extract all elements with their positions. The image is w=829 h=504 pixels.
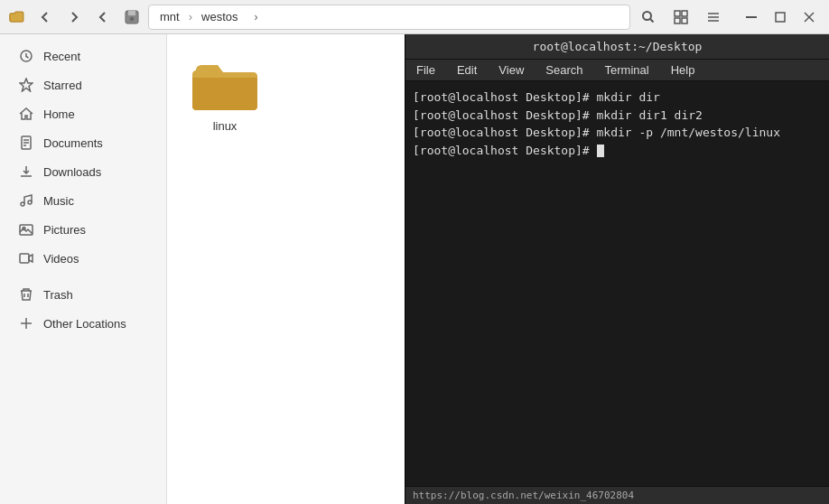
svg-rect-6 xyxy=(675,18,680,23)
sidebar-label-videos: Videos xyxy=(43,252,79,266)
terminal-menu-view[interactable]: View xyxy=(488,60,535,80)
close-button[interactable] xyxy=(796,5,822,30)
sidebar-label-pictures: Pictures xyxy=(43,223,86,237)
disk-icon xyxy=(119,5,144,30)
sidebar-label-downloads: Downloads xyxy=(43,165,101,179)
sidebar-item-recent[interactable]: Recent xyxy=(4,42,163,70)
sidebar-item-documents[interactable]: Documents xyxy=(4,129,163,156)
recent-icon xyxy=(18,48,34,64)
terminal-line-1: [root@localhost Desktop]# mkdir dir xyxy=(413,89,822,107)
sidebar-item-trash[interactable]: Trash xyxy=(4,281,163,308)
svg-rect-7 xyxy=(682,18,687,23)
star-icon xyxy=(18,77,34,93)
svg-point-2 xyxy=(130,16,135,21)
window-controls xyxy=(739,5,822,30)
sidebar-item-music[interactable]: Music xyxy=(4,187,163,214)
list-view-button[interactable] xyxy=(699,5,728,30)
svg-rect-4 xyxy=(675,11,680,16)
terminal-line-4: [root@localhost Desktop]# xyxy=(413,142,822,160)
terminal-status-url: https://blog.csdn.net/weixin_46702804 xyxy=(413,490,634,501)
file-area: linux xyxy=(167,34,405,504)
terminal-menubar: File Edit View Search Terminal Help xyxy=(405,60,829,81)
terminal-line-3: [root@localhost Desktop]# mkdir -p /mnt/… xyxy=(413,124,822,142)
terminal-line-2: [root@localhost Desktop]# mkdir dir1 dir… xyxy=(413,107,822,125)
grid-view-button[interactable] xyxy=(666,5,695,30)
sidebar-item-pictures[interactable]: Pictures xyxy=(4,216,163,243)
trash-icon xyxy=(18,286,34,303)
main-area: Recent Starred Home Documents Downloads xyxy=(0,34,829,504)
svg-rect-5 xyxy=(682,11,687,16)
svg-point-3 xyxy=(643,12,651,20)
breadcrumb-sep: › xyxy=(189,10,192,23)
sidebar-item-downloads[interactable]: Downloads xyxy=(4,158,163,185)
sidebar-item-home[interactable]: Home xyxy=(4,100,163,127)
sidebar-label-trash: Trash xyxy=(43,288,73,302)
terminal-titlebar: root@localhost:~/Desktop xyxy=(405,34,829,60)
terminal-menu-file[interactable]: File xyxy=(405,60,446,80)
terminal-title: root@localhost:~/Desktop xyxy=(533,40,703,53)
back-button[interactable] xyxy=(33,5,58,30)
sidebar: Recent Starred Home Documents Downloads xyxy=(0,34,167,504)
breadcrumb-next-button[interactable]: › xyxy=(247,8,265,26)
minimize-button[interactable] xyxy=(739,5,764,30)
breadcrumb: mnt › westos › xyxy=(148,5,630,30)
svg-point-23 xyxy=(28,201,32,204)
forward-button[interactable] xyxy=(61,5,87,30)
history-back-button[interactable] xyxy=(90,5,116,30)
folder-svg xyxy=(192,60,257,114)
terminal-menu-search[interactable]: Search xyxy=(535,60,593,80)
app-icon xyxy=(7,6,29,28)
other-locations-icon xyxy=(18,315,34,331)
documents-icon xyxy=(18,135,34,151)
terminal-menu-edit[interactable]: Edit xyxy=(446,60,488,80)
sidebar-label-starred: Starred xyxy=(43,79,82,92)
terminal-menu-help[interactable]: Help xyxy=(660,60,706,80)
titlebar: mnt › westos › xyxy=(0,0,829,34)
terminal-menu-terminal[interactable]: Terminal xyxy=(594,60,660,80)
svg-marker-16 xyxy=(20,79,33,91)
pictures-icon xyxy=(18,221,34,238)
music-icon xyxy=(18,192,34,209)
sidebar-item-videos[interactable]: Videos xyxy=(4,245,163,272)
svg-point-22 xyxy=(21,202,24,206)
terminal-cursor xyxy=(597,145,604,157)
svg-rect-12 xyxy=(776,13,785,22)
folder-item-linux[interactable]: linux xyxy=(185,52,265,140)
sidebar-item-other-locations[interactable]: Other Locations xyxy=(4,310,163,337)
downloads-icon xyxy=(18,163,34,180)
videos-icon xyxy=(18,250,34,266)
sidebar-label-music: Music xyxy=(43,194,74,208)
sidebar-label-home: Home xyxy=(43,107,75,121)
folder-label-linux: linux xyxy=(213,119,238,133)
terminal-statusbar: https://blog.csdn.net/weixin_46702804 xyxy=(405,486,829,504)
sidebar-label-recent: Recent xyxy=(43,50,80,63)
maximize-button[interactable] xyxy=(768,5,793,30)
terminal-body[interactable]: [root@localhost Desktop]# mkdir dir [roo… xyxy=(405,81,829,486)
home-icon xyxy=(18,106,34,122)
terminal-panel: root@localhost:~/Desktop File Edit View … xyxy=(405,34,829,504)
svg-rect-26 xyxy=(20,254,29,263)
search-button[interactable] xyxy=(634,5,663,30)
sidebar-item-starred[interactable]: Starred xyxy=(4,71,163,98)
svg-rect-1 xyxy=(128,11,135,15)
breadcrumb-mnt[interactable]: mnt xyxy=(154,8,185,25)
breadcrumb-westos[interactable]: westos xyxy=(196,8,243,25)
sidebar-label-other-locations: Other Locations xyxy=(43,317,126,331)
sidebar-label-documents: Documents xyxy=(43,136,103,150)
